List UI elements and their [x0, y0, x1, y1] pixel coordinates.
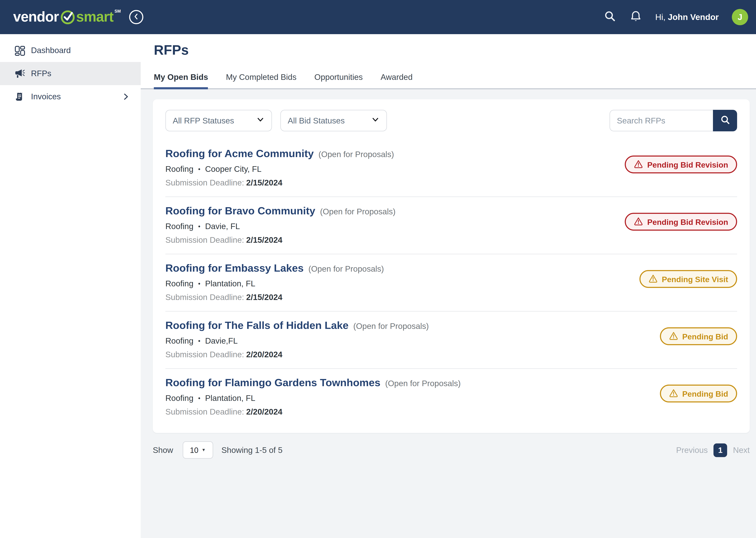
rfp-list-card: All RFP Statuses All Bid Statuses — [153, 99, 750, 433]
rfp-deadline-date: 2/15/2024 — [246, 235, 282, 244]
page-header: RFPs My Open Bids My Completed Bids Oppo… — [141, 34, 756, 89]
rfp-deadline-date: 2/20/2024 — [246, 350, 282, 359]
warning-triangle-icon — [634, 216, 643, 227]
checkmark-logo-icon — [59, 8, 76, 27]
tab-my-open-bids[interactable]: My Open Bids — [154, 73, 208, 89]
status-badge[interactable]: Pending Site Visit — [639, 270, 737, 288]
rfp-category: Roofing — [165, 222, 193, 231]
global-search-button[interactable] — [604, 10, 616, 24]
pager-controls: Previous 1 Next — [676, 443, 750, 457]
rfp-location: Plantation, FL — [205, 394, 255, 403]
logo-text-vendor: vendor — [13, 9, 59, 25]
sidebar-item-invoices[interactable]: Invoices — [0, 85, 141, 108]
page-size-select[interactable]: 10 ▼ — [182, 441, 213, 459]
previous-page-button[interactable]: Previous — [676, 445, 708, 455]
main-content: RFPs My Open Bids My Completed Bids Oppo… — [141, 34, 756, 538]
status-badge-label: Pending Bid Revision — [647, 160, 728, 169]
rfp-location: Davie, FL — [205, 222, 240, 231]
megaphone-icon — [14, 68, 25, 79]
chevron-down-icon — [371, 115, 380, 126]
warning-triangle-icon — [648, 274, 658, 285]
rfp-category: Roofing — [165, 164, 193, 174]
rfp-title-link[interactable]: Roofing for Embassy Lakes — [165, 262, 304, 274]
top-navigation-bar: vendor smart SM — [0, 0, 756, 34]
notifications-button[interactable] — [630, 10, 642, 24]
rfp-list-item: Roofing for The Falls of Hidden Lake (Op… — [165, 311, 737, 369]
rfp-title-link[interactable]: Roofing for Bravo Community — [165, 205, 315, 217]
bid-status-dropdown-value: All Bid Statuses — [288, 116, 345, 126]
status-badge[interactable]: Pending Bid Revision — [625, 155, 737, 173]
avatar[interactable]: J — [732, 9, 748, 25]
meta-separator-dot: • — [198, 166, 200, 173]
rfp-list-item: Roofing for Bravo Community (Open for Pr… — [165, 197, 737, 254]
current-page-button[interactable]: 1 — [714, 443, 727, 457]
rfp-category: Roofing — [165, 394, 193, 403]
rfp-status-note: (Open for Proposals) — [308, 264, 384, 274]
meta-separator-dot: • — [198, 280, 200, 288]
tab-opportunities[interactable]: Opportunities — [314, 73, 363, 89]
rfp-meta: Roofing • Davie,FL — [165, 336, 737, 346]
status-badge[interactable]: Pending Bid Revision — [625, 213, 737, 231]
rfp-location: Plantation, FL — [205, 279, 255, 289]
rfp-deadline-date: 2/15/2024 — [246, 178, 282, 187]
sidebar-item-label: Invoices — [31, 92, 61, 101]
rfp-status-dropdown-value: All RFP Statuses — [173, 116, 234, 126]
rfp-deadline: Submission Deadline:2/15/2024 — [165, 293, 737, 302]
rfp-status-note: (Open for Proposals) — [385, 379, 461, 388]
rfp-list-item: Roofing for Embassy Lakes (Open for Prop… — [165, 254, 737, 311]
logo-sm-superscript: SM — [115, 9, 121, 14]
rfp-status-note: (Open for Proposals) — [320, 207, 396, 216]
pagination-bar: Show 10 ▼ Showing 1-5 of 5 Previous 1 Ne… — [153, 441, 750, 459]
invoice-receipt-icon — [14, 91, 25, 102]
status-badge-label: Pending Bid — [682, 389, 728, 398]
status-badge[interactable]: Pending Bid — [660, 327, 737, 345]
dropdown-triangle-icon: ▼ — [202, 448, 206, 452]
user-greeting: Hi, John Vendor — [655, 13, 719, 22]
status-badge-label: Pending Site Visit — [662, 275, 728, 284]
page-size-value: 10 — [190, 446, 198, 454]
status-badge[interactable]: Pending Bid — [660, 385, 737, 403]
rfp-deadline: Submission Deadline:2/20/2024 — [165, 407, 737, 417]
search-icon — [604, 10, 616, 24]
sidebar-item-rfps[interactable]: RFPs — [0, 62, 141, 85]
topbar-right-cluster: Hi, John Vendor J — [604, 9, 748, 25]
rfp-category: Roofing — [165, 279, 193, 289]
rfp-meta: Roofing • Plantation, FL — [165, 394, 737, 403]
sidebar-item-dashboard[interactable]: Dashboard — [0, 39, 141, 62]
tab-my-completed-bids[interactable]: My Completed Bids — [226, 73, 297, 89]
search-icon — [720, 114, 731, 127]
rfp-deadline: Submission Deadline:2/20/2024 — [165, 350, 737, 359]
user-name: John Vendor — [668, 13, 719, 21]
sidebar-item-label: RFPs — [31, 69, 51, 78]
warning-triangle-icon — [634, 159, 643, 170]
rfp-location: Davie,FL — [205, 336, 238, 346]
search-input[interactable] — [609, 110, 713, 131]
rfp-deadline-date: 2/15/2024 — [246, 293, 282, 301]
rfp-title-link[interactable]: Roofing for Flamingo Gardens Townhomes — [165, 377, 380, 389]
meta-separator-dot: • — [198, 223, 200, 230]
tab-bar: My Open Bids My Completed Bids Opportuni… — [154, 73, 413, 89]
status-badge-label: Pending Bid Revision — [647, 217, 728, 226]
vendorsmart-logo[interactable]: vendor smart SM — [13, 7, 121, 27]
sidebar-collapse-button[interactable] — [129, 10, 143, 24]
rfp-title-link[interactable]: Roofing for The Falls of Hidden Lake — [165, 319, 349, 332]
next-page-button[interactable]: Next — [733, 445, 750, 455]
page-title: RFPs — [154, 34, 756, 58]
warning-triangle-icon — [669, 388, 678, 399]
chevron-down-icon — [256, 115, 264, 126]
meta-separator-dot: • — [198, 337, 200, 345]
rfp-status-dropdown[interactable]: All RFP Statuses — [165, 110, 272, 131]
rfp-search-group — [609, 110, 737, 131]
tab-awarded[interactable]: Awarded — [381, 73, 413, 89]
logo-text-smart: smart — [76, 9, 114, 25]
meta-separator-dot: • — [198, 395, 200, 402]
chevron-right-icon — [122, 92, 130, 101]
sidebar-item-label: Dashboard — [31, 46, 71, 55]
rfp-location: Cooper City, FL — [205, 164, 261, 174]
rfp-category: Roofing — [165, 336, 193, 346]
search-submit-button[interactable] — [713, 110, 737, 131]
filter-bar: All RFP Statuses All Bid Statuses — [165, 110, 737, 131]
bid-status-dropdown[interactable]: All Bid Statuses — [280, 110, 387, 131]
dashboard-grid-icon — [14, 45, 25, 56]
rfp-title-link[interactable]: Roofing for Acme Community — [165, 148, 314, 160]
